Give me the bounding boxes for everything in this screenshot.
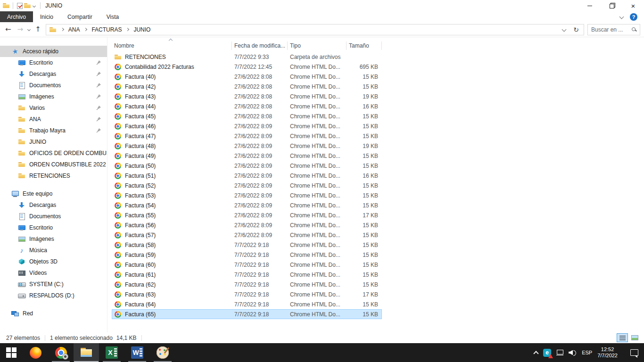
network-tray-icon[interactable] [556,350,563,355]
sidebar-item[interactable]: SYSTEM (C:) [0,279,107,290]
clock[interactable]: 12:52 7/7/2022 [597,346,618,359]
paint-taskbar-button[interactable] [150,343,175,362]
forward-button[interactable]: → [16,26,25,33]
file-row[interactable]: Factura (43)27/6/2022 8:08Chrome HTML Do… [112,91,382,101]
sidebar-item[interactable]: RESPALDOS (D:) [0,290,107,301]
sidebar-item[interactable]: Objetos 3D [0,256,107,267]
tab-archivo[interactable]: Archivo [0,11,33,22]
file-row[interactable]: Factura (44)27/6/2022 8:08Chrome HTML Do… [112,101,382,111]
column-header-nombre[interactable]: Nombre [112,41,232,50]
sidebar-group-this-pc[interactable]: Este equipo [0,188,107,199]
file-type: Chrome HTML Do... [288,272,347,278]
tray-expand-icon[interactable] [533,351,538,356]
file-row[interactable]: Factura (54)27/6/2022 8:09Chrome HTML Do… [112,200,382,210]
back-button[interactable]: ← [4,26,13,33]
file-row[interactable]: Factura (49)27/6/2022 8:09Chrome HTML Do… [112,151,382,161]
address-dropdown-icon[interactable] [562,27,567,32]
file-row[interactable]: Factura (51)27/6/2022 8:09Chrome HTML Do… [112,171,382,181]
file-row[interactable]: Factura (55)27/6/2022 8:09Chrome HTML Do… [112,210,382,220]
breadcrumb-junio[interactable]: JUNIO [133,26,150,33]
file-type: Chrome HTML Do... [288,232,347,239]
sidebar-item[interactable]: Trabajo Mayra [0,125,107,136]
tab-compartir[interactable]: Compartir [60,11,99,22]
file-size: 15 KB [347,83,382,90]
column-header-fecha[interactable]: Fecha de modifica... [232,41,288,50]
restore-button[interactable] [601,0,622,11]
sidebar-item[interactable]: Imágenes [0,233,107,245]
sidebar-group-label: Este equipo [23,190,52,197]
breadcrumb-facturas[interactable]: FACTURAS [91,26,122,33]
file-row[interactable]: Factura (65)7/7/2022 9:18Chrome HTML Do.… [112,309,382,319]
sidebar-item[interactable]: ORDEN COMBUSTIBLE 2022 [0,159,107,170]
refresh-icon[interactable]: ↻ [571,26,581,33]
file-row[interactable]: RETENCIONES7/7/2022 9:33Carpeta de archi… [112,52,382,62]
file-row[interactable]: Factura (60)7/7/2022 9:18Chrome HTML Do.… [112,260,382,270]
file-row[interactable]: Factura (46)27/6/2022 8:09Chrome HTML Do… [112,121,382,131]
sidebar-item[interactable]: Descargas [0,68,107,80]
sidebar-group-quick-access[interactable]: ★Acceso rápido [0,46,107,57]
qat-customize-dropdown-icon[interactable] [31,5,37,7]
sidebar-item[interactable]: Escritorio [0,57,107,68]
word-taskbar-button[interactable]: W [124,343,150,362]
tab-inicio[interactable]: Inicio [33,11,60,22]
file-row[interactable]: Factura (64)7/7/2022 9:18Chrome HTML Do.… [112,299,382,309]
file-row[interactable]: Factura (61)7/7/2022 9:18Chrome HTML Do.… [112,270,382,280]
firefox-taskbar-button[interactable] [23,343,48,362]
sidebar-item[interactable]: ANA [0,114,107,125]
sidebar-item[interactable]: Documentos [0,80,107,91]
file-row[interactable]: Factura (56)27/6/2022 8:09Chrome HTML Do… [112,220,382,230]
close-button[interactable]: × [622,0,644,11]
qat-properties-icon[interactable] [17,3,23,9]
volume-icon[interactable] [569,350,577,356]
file-row[interactable]: Factura (59)7/7/2022 9:18Chrome HTML Do.… [112,250,382,260]
sidebar-item[interactable]: OFICIOS DE ORDEN COMBUSTI [0,148,107,159]
file-row[interactable]: Factura (53)27/6/2022 8:09Chrome HTML Do… [112,190,382,200]
file-row[interactable]: Factura (63)7/7/2022 9:18Chrome HTML Do.… [112,289,382,299]
sidebar-item[interactable]: Imágenes [0,91,107,102]
help-icon[interactable]: ? [630,13,637,21]
file-row[interactable]: Factura (42)27/6/2022 8:08Chrome HTML Do… [112,82,382,91]
breadcrumb-ana[interactable]: ANA [68,26,80,33]
column-header-tamano[interactable]: Tamaño [347,41,382,50]
up-button[interactable]: ↑ [33,26,42,33]
expand-ribbon-icon[interactable] [619,15,624,19]
file-row[interactable]: Contabilidad 2022 Facturas7/7/2022 12:45… [112,62,382,72]
start-button[interactable] [0,343,23,362]
details-view-button[interactable] [617,333,628,342]
address-bar[interactable]: ANA FACTURAS JUNIO ↻ [46,24,584,35]
sidebar-item[interactable]: RETENCIONES [0,170,107,181]
eset-antivirus-icon[interactable]: e [543,349,551,357]
star-icon: ★ [11,47,19,56]
file-row[interactable]: Factura (52)27/6/2022 8:09Chrome HTML Do… [112,181,382,190]
sidebar-item[interactable]: Escritorio [0,222,107,233]
column-header-tipo[interactable]: Tipo [288,41,347,50]
selection-size: 14,1 KB [116,335,137,341]
file-row[interactable]: Factura (48)27/6/2022 8:09Chrome HTML Do… [112,141,382,151]
file-row[interactable]: Factura (58)7/7/2022 9:18Chrome HTML Do.… [112,240,382,250]
file-row[interactable]: Factura (47)27/6/2022 8:09Chrome HTML Do… [112,131,382,141]
chrome-taskbar-button[interactable] [48,343,74,362]
taskbar: XW e ESP 12:52 7/7/2022 [0,343,644,362]
file-row[interactable]: Factura (40)27/6/2022 8:08Chrome HTML Do… [112,72,382,82]
excel-taskbar-button[interactable]: X [99,343,124,362]
sidebar-item[interactable]: Documentos [0,211,107,222]
sidebar-item[interactable]: JUNIO [0,136,107,148]
sidebar-item[interactable]: ♪Música [0,245,107,256]
file-row[interactable]: Factura (62)7/7/2022 9:18Chrome HTML Do.… [112,280,382,289]
language-indicator[interactable]: ESP [582,350,592,355]
tab-vista[interactable]: Vista [99,11,126,22]
recent-locations-dropdown-icon[interactable] [27,28,31,31]
minimize-button[interactable] [579,0,601,11]
sidebar-group-network[interactable]: Red [0,308,107,319]
thumbnails-view-button[interactable] [629,333,640,342]
action-center-icon[interactable] [630,349,638,356]
explorer-taskbar-button[interactable] [74,343,99,362]
file-row[interactable]: Factura (45)27/6/2022 8:08Chrome HTML Do… [112,111,382,121]
file-row[interactable]: Factura (57)27/6/2022 8:09Chrome HTML Do… [112,230,382,240]
qat-new-folder-icon[interactable] [24,2,31,9]
file-row[interactable]: Factura (50)27/6/2022 8:09Chrome HTML Do… [112,161,382,171]
sidebar-item[interactable]: Descargas [0,199,107,211]
sidebar-item[interactable]: Varios [0,102,107,114]
search-icon[interactable] [632,27,636,31]
sidebar-item[interactable]: Vídeos [0,267,107,279]
